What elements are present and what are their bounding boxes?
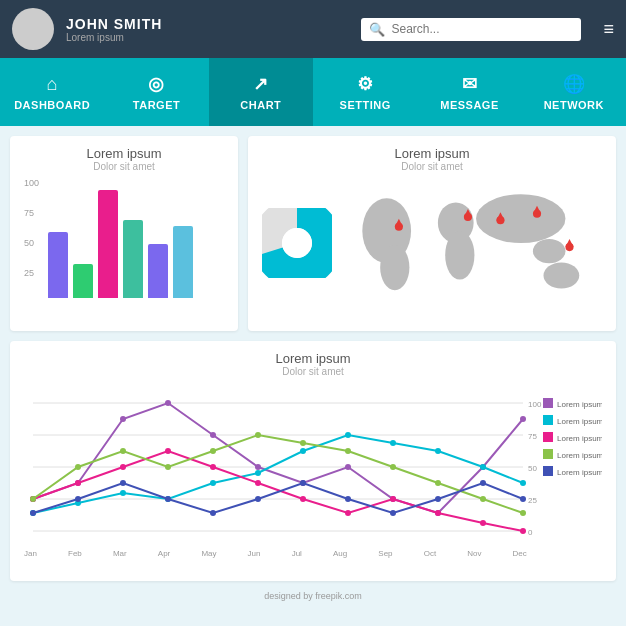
y-axis: 100 75 50 25: [24, 178, 39, 298]
svg-point-7: [476, 194, 565, 243]
bar-card-title: Lorem ipsum: [24, 146, 224, 161]
line-card-sub: Dolor sit amet: [24, 366, 602, 377]
svg-rect-92: [543, 415, 553, 425]
target-icon: ◎: [148, 73, 165, 95]
svg-point-86: [390, 510, 396, 516]
svg-point-65: [520, 528, 526, 534]
svg-point-49: [345, 432, 351, 438]
svg-point-75: [435, 480, 441, 486]
svg-point-83: [255, 496, 261, 502]
map-card-title: Lorem ipsum: [262, 146, 602, 161]
svg-point-80: [120, 480, 126, 486]
globe-icon: 🌐: [563, 73, 586, 95]
nav-dashboard[interactable]: ⌂ DASHBOARD: [0, 58, 104, 126]
svg-point-9: [544, 263, 580, 289]
svg-point-82: [210, 510, 216, 516]
svg-point-76: [480, 496, 486, 502]
svg-point-72: [300, 440, 306, 446]
bar: [48, 232, 68, 298]
nav-message[interactable]: ✉ MESSAGE: [417, 58, 521, 126]
user-subtitle: Lorem ipsum: [66, 32, 349, 43]
pie-chart: [262, 208, 332, 278]
svg-point-64: [480, 520, 486, 526]
svg-point-70: [210, 448, 216, 454]
bar: [98, 190, 118, 298]
search-icon: 🔍: [369, 22, 385, 37]
svg-point-32: [120, 416, 126, 422]
map-container: [262, 178, 602, 308]
svg-point-47: [255, 470, 261, 476]
line-chart-area: 100 75 50 25 0: [24, 383, 602, 558]
nav-chart[interactable]: ↗ CHART: [209, 58, 313, 126]
svg-point-68: [120, 448, 126, 454]
svg-point-74: [390, 464, 396, 470]
svg-point-56: [120, 464, 126, 470]
gear-icon: ⚙: [357, 73, 374, 95]
chart-icon: ↗: [253, 73, 269, 95]
nav-target[interactable]: ◎ TARGET: [104, 58, 208, 126]
svg-point-8: [533, 239, 566, 263]
svg-point-85: [345, 496, 351, 502]
svg-rect-98: [543, 466, 553, 476]
svg-point-4: [380, 245, 409, 291]
svg-text:75: 75: [528, 432, 537, 441]
line-chart-card: Lorem ipsum Dolor sit amet 100 75 50 25 …: [10, 341, 616, 581]
svg-point-37: [345, 464, 351, 470]
navigation: ⌂ DASHBOARD ◎ TARGET ↗ CHART ⚙ SETTING ✉…: [0, 58, 626, 126]
svg-point-50: [390, 440, 396, 446]
svg-point-46: [210, 480, 216, 486]
svg-marker-19: [565, 239, 573, 247]
svg-point-2: [282, 228, 312, 258]
svg-point-87: [435, 496, 441, 502]
map-card-sub: Dolor sit amet: [262, 161, 602, 172]
svg-point-66: [30, 496, 36, 502]
bar-chart-card: Lorem ipsum Dolor sit amet 100 75 50 25: [10, 136, 238, 331]
svg-rect-96: [543, 449, 553, 459]
svg-text:0: 0: [528, 528, 533, 537]
svg-point-6: [445, 231, 474, 280]
svg-point-51: [435, 448, 441, 454]
svg-point-57: [165, 448, 171, 454]
svg-point-79: [75, 496, 81, 502]
footer-credit: designed by freepik.com: [10, 591, 616, 603]
search-bar[interactable]: 🔍: [361, 18, 581, 41]
nav-network[interactable]: 🌐 NETWORK: [522, 58, 626, 126]
svg-point-67: [75, 464, 81, 470]
nav-setting[interactable]: ⚙ SETTING: [313, 58, 417, 126]
svg-point-44: [120, 490, 126, 496]
svg-text:Lorem ipsum: Lorem ipsum: [557, 400, 602, 409]
svg-point-35: [255, 464, 261, 470]
svg-point-59: [255, 480, 261, 486]
svg-point-84: [300, 480, 306, 486]
svg-point-81: [165, 496, 171, 502]
svg-text:50: 50: [528, 464, 537, 473]
svg-point-52: [480, 464, 486, 470]
svg-rect-94: [543, 432, 553, 442]
svg-text:Lorem ipsum: Lorem ipsum: [557, 434, 602, 443]
bar: [123, 220, 143, 298]
user-name: JOHN SMITH: [66, 16, 349, 32]
svg-point-34: [210, 432, 216, 438]
map-card: Lorem ipsum Dolor sit amet: [248, 136, 616, 331]
header: JOHN SMITH Lorem ipsum 🔍 ≡: [0, 0, 626, 58]
svg-text:Lorem ipsum: Lorem ipsum: [557, 468, 602, 477]
svg-point-63: [435, 510, 441, 516]
svg-point-58: [210, 464, 216, 470]
svg-text:25: 25: [528, 496, 537, 505]
svg-point-88: [480, 480, 486, 486]
content-area: Lorem ipsum Dolor sit amet 100 75 50 25 …: [0, 126, 626, 626]
map-pin-5: [565, 239, 573, 251]
svg-point-33: [165, 400, 171, 406]
message-icon: ✉: [462, 73, 478, 95]
top-row: Lorem ipsum Dolor sit amet 100 75 50 25 …: [10, 136, 616, 331]
svg-point-77: [520, 510, 526, 516]
svg-rect-90: [543, 398, 553, 408]
hamburger-icon[interactable]: ≡: [603, 19, 614, 40]
bar-card-sub: Dolor sit amet: [24, 161, 224, 172]
line-chart-svg: 100 75 50 25 0: [24, 383, 602, 543]
search-input[interactable]: [391, 22, 573, 36]
svg-point-60: [300, 496, 306, 502]
svg-point-73: [345, 448, 351, 454]
svg-point-53: [520, 480, 526, 486]
home-icon: ⌂: [46, 74, 57, 95]
